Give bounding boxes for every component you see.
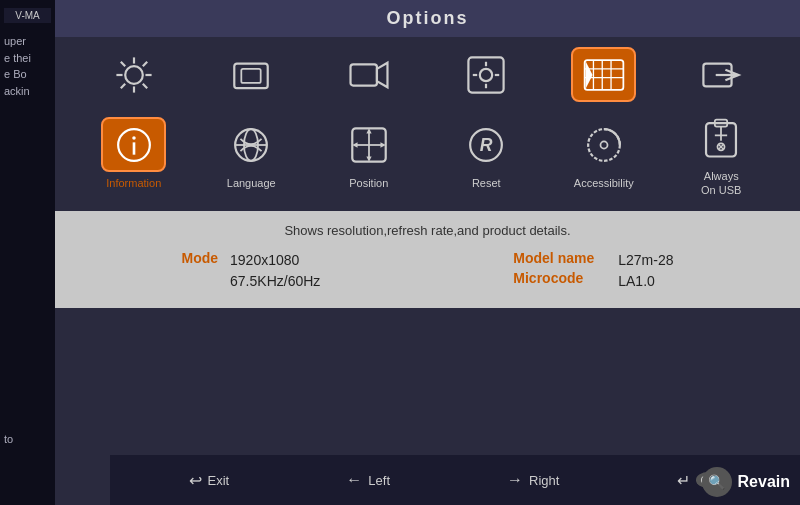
- video-icon: [347, 53, 391, 97]
- info-description: Shows resolution,refresh rate,and produc…: [85, 223, 770, 238]
- sidebar-item-accessibility[interactable]: Accessibility: [559, 117, 649, 190]
- sidebar-item-settings[interactable]: [441, 47, 531, 102]
- position-label: Position: [349, 176, 388, 190]
- icons-area: Information Language: [55, 37, 800, 211]
- picture-icon-box: [219, 47, 284, 102]
- sidebar-item-video[interactable]: [324, 47, 414, 102]
- info-grid: Mode 1920x1080 67.5KHz/60Hz Model name M…: [85, 250, 770, 292]
- revain-watermark: 🔍 Revain: [702, 467, 790, 497]
- icon-row-1: [75, 47, 780, 102]
- information-icon-box: [101, 117, 166, 172]
- right-nav[interactable]: → Right: [507, 471, 559, 489]
- info-panel: Shows resolution,refresh rate,and produc…: [55, 211, 800, 308]
- left-panel: V-MA uper e thei e Bo ackin to: [0, 0, 55, 505]
- title-bar: Options: [55, 0, 800, 37]
- svg-marker-12: [377, 62, 388, 87]
- sidebar-item-brightness[interactable]: [89, 47, 179, 102]
- mode-row: Mode 1920x1080 67.5KHz/60Hz: [181, 250, 320, 292]
- icon-row-2: Information Language: [75, 110, 780, 198]
- sidebar-item-input[interactable]: [559, 47, 649, 102]
- picture-icon: [229, 53, 273, 97]
- bottom-nav-bar: ↩ Exit ← Left → Right ↵ OK 🔍 Revain: [110, 455, 800, 505]
- language-icon: [229, 123, 273, 167]
- exit-nav-icon: ↩: [189, 471, 202, 490]
- svg-marker-25: [585, 60, 592, 88]
- reset-icon: R: [464, 123, 508, 167]
- microcode-key: Microcode: [513, 270, 594, 286]
- svg-line-8: [121, 83, 125, 87]
- right-nav-icon: →: [507, 471, 523, 489]
- mode-key: Mode: [181, 250, 218, 266]
- svg-point-44: [600, 141, 607, 148]
- sidebar-item-position[interactable]: Position: [324, 117, 414, 190]
- exit-icon: [699, 53, 743, 97]
- brightness-icon-box: [101, 47, 166, 102]
- accessibility-icon: [582, 123, 626, 167]
- page-title: Options: [387, 8, 469, 28]
- left-nav[interactable]: ← Left: [346, 471, 390, 489]
- svg-rect-10: [242, 68, 261, 82]
- usb-icon: [699, 116, 743, 160]
- badge: V-MA: [4, 8, 51, 23]
- information-label: Information: [106, 176, 161, 190]
- mode-value: 1920x1080 67.5KHz/60Hz: [230, 250, 320, 292]
- input-icon: [582, 53, 626, 97]
- svg-rect-11: [350, 64, 376, 85]
- left-nav-label: Left: [368, 473, 390, 488]
- svg-line-6: [143, 83, 147, 87]
- svg-rect-9: [235, 63, 268, 88]
- svg-text:R: R: [480, 135, 493, 155]
- video-icon-box: [336, 47, 401, 102]
- usb-icon-box: [689, 110, 754, 165]
- left-nav-icon: ←: [346, 471, 362, 489]
- svg-line-7: [143, 61, 147, 65]
- svg-point-29: [132, 136, 136, 140]
- svg-point-14: [480, 68, 492, 80]
- left-text: uper e thei e Bo ackin: [4, 33, 51, 99]
- revain-text: Revain: [738, 473, 790, 491]
- position-icon-box: [336, 117, 401, 172]
- reset-icon-box: R: [454, 117, 519, 172]
- ok-nav-icon: ↵: [677, 471, 690, 490]
- accessibility-icon-box: [571, 117, 636, 172]
- info-icon: [112, 123, 156, 167]
- position-icon: [347, 123, 391, 167]
- exit-icon-box: [689, 47, 754, 102]
- accessibility-label: Accessibility: [574, 176, 634, 190]
- reset-label: Reset: [472, 176, 501, 190]
- right-nav-label: Right: [529, 473, 559, 488]
- settings-icon-box: [454, 47, 519, 102]
- model-value: L27m-28 LA1.0: [618, 250, 673, 292]
- sidebar-item-always-on-usb[interactable]: AlwaysOn USB: [676, 110, 766, 198]
- settings-icon: [464, 53, 508, 97]
- model-key: Model name: [513, 250, 594, 266]
- main-area: Options: [55, 0, 800, 505]
- exit-nav[interactable]: ↩ Exit: [189, 471, 230, 490]
- language-label: Language: [227, 176, 276, 190]
- svg-point-0: [125, 66, 143, 84]
- model-row: Model name Microcode L27m-28 LA1.0: [513, 250, 673, 292]
- svg-line-5: [121, 61, 125, 65]
- sidebar-item-information[interactable]: Information: [89, 117, 179, 190]
- sidebar-item-exit[interactable]: [676, 47, 766, 102]
- left-bottom-label: to: [4, 433, 13, 445]
- sidebar-item-picture[interactable]: [206, 47, 296, 102]
- sidebar-item-reset[interactable]: R Reset: [441, 117, 531, 190]
- revain-icon: 🔍: [702, 467, 732, 497]
- sidebar-item-language[interactable]: Language: [206, 117, 296, 190]
- always-on-usb-label: AlwaysOn USB: [701, 169, 741, 198]
- input-icon-box: [571, 47, 636, 102]
- language-icon-box: [219, 117, 284, 172]
- brightness-icon: [112, 53, 156, 97]
- exit-nav-label: Exit: [208, 473, 230, 488]
